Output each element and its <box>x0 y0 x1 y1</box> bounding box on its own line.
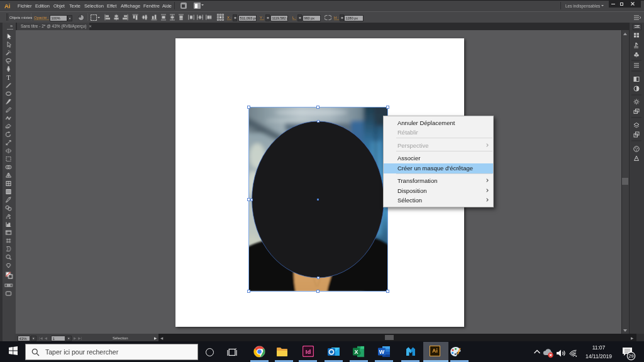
svg-text:T: T <box>6 74 10 81</box>
svg-text:W: W <box>379 349 385 355</box>
svg-text:Id: Id <box>306 348 311 355</box>
svg-text:X: X <box>354 349 358 355</box>
svg-text:29: 29 <box>628 353 633 359</box>
svg-text:«: « <box>636 24 639 30</box>
